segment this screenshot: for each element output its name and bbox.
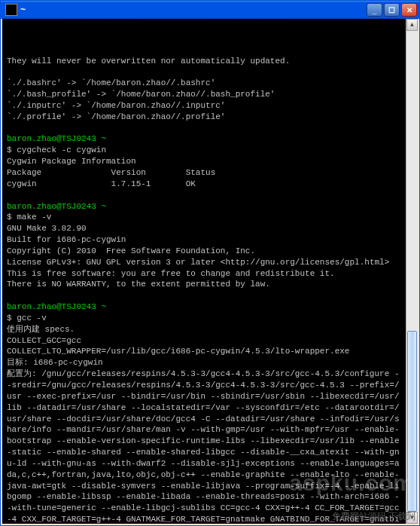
- scroll-down-button[interactable]: ▼: [406, 512, 418, 524]
- output-line: Built for i686-pc-cygwin: [7, 235, 126, 244]
- output-line: `./.profile' -> `/home/baron.zhao//.prof…: [7, 112, 225, 121]
- scroll-track[interactable]: [406, 31, 418, 512]
- output-line: Cygwin Package Information: [7, 157, 136, 166]
- output-line: `./.bashrc' -> `/home/baron.zhao//.bashr…: [7, 78, 215, 87]
- prompt-symbol: $: [7, 313, 12, 323]
- output-line: There is NO WARRANTY, to the extent perm…: [7, 280, 270, 289]
- output-line: 使用内建 specs.: [7, 325, 75, 334]
- output-line: They will never be overwritten nor autom…: [7, 57, 290, 66]
- output-line: COLLECT_GCC=gcc: [7, 336, 81, 345]
- output-line: This is free software: you are free to c…: [7, 269, 335, 278]
- output-line: COLLECT_LTO_WRAPPER=/usr/lib/gcc/i686-pc…: [7, 347, 349, 356]
- prompt-path: ~: [101, 134, 106, 143]
- terminal-window: ~ _ ☐ ✕ They will never be overwritten n…: [0, 0, 420, 526]
- command: cygcheck -c cygwin: [17, 145, 106, 154]
- minimize-icon: _: [373, 6, 377, 14]
- titlebar[interactable]: ~ _ ☐ ✕: [1, 1, 419, 19]
- prompt-symbol: $: [7, 213, 12, 222]
- prompt-path: ~: [101, 302, 106, 311]
- output-line: GNU Make 3.82.90: [7, 224, 87, 233]
- prompt-symbol: $: [7, 145, 12, 154]
- close-icon: ✕: [406, 6, 412, 14]
- output-line: cygwin 1.7.15-1 OK: [7, 179, 196, 188]
- output-line: 目标: i686-pc-cygwin: [7, 358, 103, 367]
- scroll-up-button[interactable]: ▲: [406, 19, 418, 31]
- scrollbar[interactable]: ▲ ▼: [406, 19, 418, 524]
- minimize-button[interactable]: _: [367, 3, 382, 17]
- terminal-content: They will never be overwritten nor autom…: [7, 44, 413, 525]
- output-line: Package Version Status: [7, 168, 215, 177]
- command: gcc -v: [17, 313, 47, 323]
- prompt-user: baron.zhao@TSJ0243: [7, 302, 96, 311]
- scroll-thumb[interactable]: [407, 331, 417, 512]
- maximize-button[interactable]: ☐: [384, 3, 400, 17]
- output-line: 配置为: /gnu/gcc/releases/respins/4.5.3-3/g…: [7, 369, 400, 525]
- output-line: `./.bash_profile' -> `/home/baron.zhao//…: [7, 90, 275, 99]
- window-title: ~: [20, 5, 367, 15]
- output-line: License GPLv3+: GNU GPL version 3 or lat…: [7, 258, 389, 267]
- terminal-icon: [5, 4, 17, 16]
- command: make -v: [17, 213, 51, 222]
- prompt-user: baron.zhao@TSJ0243: [7, 202, 96, 211]
- close-button[interactable]: ✕: [401, 3, 417, 17]
- prompt-path: ~: [101, 202, 106, 211]
- prompt-user: baron.zhao@TSJ0243: [7, 134, 96, 143]
- window-controls: _ ☐ ✕: [367, 3, 417, 17]
- output-line: Copyright (C) 2010 Free Software Foundat…: [7, 246, 255, 255]
- terminal-viewport[interactable]: They will never be overwritten nor autom…: [1, 19, 419, 525]
- maximize-icon: ☐: [388, 6, 395, 14]
- output-line: `./.inputrc' -> `/home/baron.zhao//.inpu…: [7, 101, 225, 110]
